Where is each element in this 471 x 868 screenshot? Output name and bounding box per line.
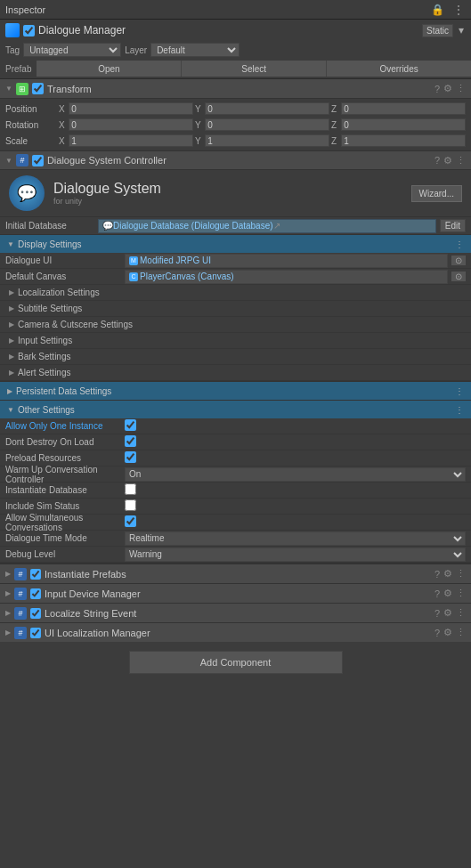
ui-localization-menu[interactable]: ⋮ xyxy=(456,627,466,638)
other-settings-title: Other Settings xyxy=(18,405,451,415)
scale-y-input[interactable] xyxy=(205,134,329,147)
dsc-menu-icon[interactable]: ⋮ xyxy=(456,155,466,166)
instantiate-prefabs-name: Instantiate Prefabs xyxy=(45,569,431,580)
localize-string-checkbox[interactable] xyxy=(30,608,41,619)
input-device-settings[interactable]: ⚙ xyxy=(443,588,452,599)
add-component-button[interactable]: Add Component xyxy=(129,651,343,674)
sim-status-checkbox[interactable] xyxy=(125,499,136,511)
debug-level-select[interactable]: Warning Info Error xyxy=(125,548,466,562)
other-settings-body: Allow Only One Instance Dont Destroy On … xyxy=(0,418,471,563)
localize-string-section: ▶ # Localize String Event ? ⚙ ⋮ xyxy=(0,603,471,622)
transform-help-icon[interactable]: ? xyxy=(434,84,440,94)
input-device-menu[interactable]: ⋮ xyxy=(456,588,466,599)
other-settings-header[interactable]: ▼ Other Settings ⋮ xyxy=(0,401,471,418)
dsc-title: Dialogue System Controller xyxy=(47,155,431,166)
ds-logo-area: 💬 Dialogue System for unity Wizard... xyxy=(0,170,471,217)
transform-active-checkbox[interactable] xyxy=(32,83,44,94)
instantiate-db-checkbox[interactable] xyxy=(125,483,136,495)
input-settings-foldout[interactable]: ▶ Input Settings xyxy=(0,333,471,349)
dsc-settings-icon[interactable]: ⚙ xyxy=(443,155,452,166)
transform-menu-icon[interactable]: ⋮ xyxy=(456,83,466,94)
dialogue-ui-select-icon[interactable]: ⊙ xyxy=(451,256,466,265)
preload-label: Preload Resources xyxy=(5,453,121,463)
prefab-overrides-button[interactable]: Overrides xyxy=(327,61,471,77)
position-x-input[interactable] xyxy=(69,102,193,115)
instantiate-prefabs-menu[interactable]: ⋮ xyxy=(456,568,466,580)
localize-string-expand: ▶ xyxy=(5,609,11,617)
header-icons: 🔒 ⋮ xyxy=(429,4,466,16)
persistent-menu-icon: ⋮ xyxy=(455,386,464,396)
position-label: Position xyxy=(5,104,59,114)
position-z-input[interactable] xyxy=(341,102,466,115)
localization-settings-foldout[interactable]: ▶ Localization Settings xyxy=(0,285,471,301)
position-y-input[interactable] xyxy=(205,102,329,115)
tag-select[interactable]: Untagged xyxy=(23,43,121,57)
sim-status-label: Include Sim Status xyxy=(5,501,121,511)
dialogue-time-select[interactable]: Realtime Gameplay xyxy=(125,531,466,546)
subtitle-settings-foldout[interactable]: ▶ Subtitle Settings xyxy=(0,301,471,317)
input-device-checkbox[interactable] xyxy=(30,588,41,599)
bark-settings-foldout[interactable]: ▶ Bark Settings xyxy=(0,349,471,365)
layer-select[interactable]: Default xyxy=(150,43,240,57)
static-dropdown-icon[interactable]: ▾ xyxy=(457,24,466,37)
input-device-help[interactable]: ? xyxy=(434,588,440,599)
display-settings-section: ▼ Display Settings ⋮ Dialogue UI M Modif… xyxy=(0,235,471,382)
preload-checkbox[interactable] xyxy=(125,451,136,463)
bark-arrow: ▶ xyxy=(9,353,14,361)
camera-settings-foldout[interactable]: ▶ Camera & Cutscene Settings xyxy=(0,317,471,333)
scale-xyz: X Y Z xyxy=(59,134,466,147)
ui-localization-expand: ▶ xyxy=(5,629,11,637)
static-button[interactable]: Static xyxy=(422,24,453,37)
instantiate-prefabs-checkbox[interactable] xyxy=(30,569,41,580)
ui-localization-checkbox[interactable] xyxy=(30,628,41,638)
localization-label: Localization Settings xyxy=(18,288,100,297)
other-settings-menu-icon: ⋮ xyxy=(455,405,464,415)
transform-settings-icon[interactable]: ⚙ xyxy=(443,83,452,94)
dialogue-time-label: Dialogue Time Mode xyxy=(5,533,121,543)
allow-simultaneous-checkbox[interactable] xyxy=(125,515,136,527)
position-x-label: X xyxy=(59,104,67,114)
db-link-icon[interactable]: ↗ xyxy=(273,221,280,231)
scale-x-input[interactable] xyxy=(69,134,193,147)
rotation-x-input[interactable] xyxy=(69,118,193,131)
alert-arrow: ▶ xyxy=(9,369,14,377)
allow-one-checkbox[interactable] xyxy=(125,419,136,431)
instantiate-prefabs-help[interactable]: ? xyxy=(434,568,440,580)
transform-title: Transform xyxy=(47,84,431,94)
rotation-y-input[interactable] xyxy=(205,118,329,131)
persistent-data-header[interactable]: ▶ Persistent Data Settings ⋮ xyxy=(0,382,471,400)
alert-settings-foldout[interactable]: ▶ Alert Settings xyxy=(0,365,471,381)
ui-localization-help[interactable]: ? xyxy=(434,627,440,638)
ui-localization-settings[interactable]: ⚙ xyxy=(443,627,452,638)
prefab-select-button[interactable]: Select xyxy=(182,61,327,77)
prefab-open-button[interactable]: Open xyxy=(37,61,182,77)
menu-icon[interactable]: ⋮ xyxy=(451,4,466,16)
instantiate-prefabs-settings[interactable]: ⚙ xyxy=(443,568,452,580)
persistent-data-section: ▶ Persistent Data Settings ⋮ xyxy=(0,382,471,401)
canvas-select-icon[interactable]: ⊙ xyxy=(451,272,466,281)
dont-destroy-checkbox[interactable] xyxy=(125,435,136,447)
scale-z-input[interactable] xyxy=(341,134,466,147)
lock-icon[interactable]: 🔒 xyxy=(429,4,446,16)
dsc-active-checkbox[interactable] xyxy=(32,155,44,166)
localize-string-settings[interactable]: ⚙ xyxy=(443,607,452,619)
subtitle-arrow: ▶ xyxy=(9,304,14,312)
wizard-button[interactable]: Wizard... xyxy=(411,185,462,202)
localize-string-menu[interactable]: ⋮ xyxy=(456,607,466,619)
bark-label: Bark Settings xyxy=(18,352,70,361)
ui-localization-section: ▶ # UI Localization Manager ? ⚙ ⋮ xyxy=(0,622,471,642)
rotation-z-input[interactable] xyxy=(341,118,466,131)
warmup-value: On Off xyxy=(125,467,466,482)
ds-logo-title: Dialogue System xyxy=(53,181,161,197)
dsc-help-icon[interactable]: ? xyxy=(434,155,440,166)
tag-layer-row: Tag Untagged Layer Default xyxy=(0,41,471,59)
allow-one-instance-row: Allow Only One Instance xyxy=(0,418,471,434)
warmup-select[interactable]: On Off xyxy=(125,467,466,482)
display-settings-header[interactable]: ▼ Display Settings ⋮ xyxy=(0,235,471,253)
localize-string-help[interactable]: ? xyxy=(434,607,440,619)
ds-logo-icon: 💬 xyxy=(9,175,45,211)
gameobject-active-checkbox[interactable] xyxy=(23,25,35,37)
db-edit-button[interactable]: Edit xyxy=(440,219,466,232)
instantiate-prefabs-expand: ▶ xyxy=(5,570,11,578)
inspector-title: Inspector xyxy=(5,4,429,15)
